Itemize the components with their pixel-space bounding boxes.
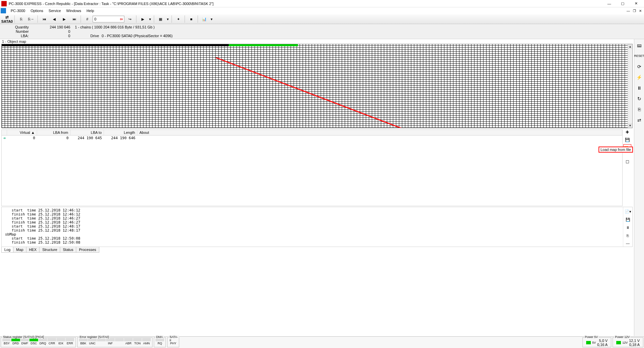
mdi-restore-button[interactable]: ❐: [631, 8, 637, 13]
menu-bar: PC-3000 Options Service Windows Help — ❐…: [0, 7, 644, 14]
bottom-tabs: Log Map HEX Structure Status Processes: [1, 247, 633, 253]
chains-value: 1 - chains ( 1000 204 886 016 Byte / 931…: [75, 25, 155, 29]
tab-structure[interactable]: Structure: [39, 247, 60, 253]
next-button[interactable]: ▶: [60, 15, 69, 23]
mdi-icon: [1, 8, 6, 13]
tab-status[interactable]: Status: [60, 247, 76, 253]
load-map-tooltip: Load map from file: [599, 147, 633, 152]
log-clip-button[interactable]: ⎘: [624, 232, 632, 239]
port-sata0-button[interactable]: SATA0: [1, 15, 13, 23]
copy-button[interactable]: ⎘: [16, 15, 26, 23]
menu-pc3000[interactable]: PC-3000: [8, 8, 28, 13]
log-pause-button[interactable]: ⏸: [624, 224, 632, 231]
menu-help[interactable]: Help: [84, 8, 97, 13]
right-toolbar: 🖴 RESET ⟳ ⚡ ⏸ ↻ ⎘ ⇄: [634, 39, 644, 336]
copy-icon[interactable]: ⎘: [635, 105, 643, 113]
map-save-button[interactable]: 💾: [623, 137, 631, 143]
led-DRD: DRD: [11, 338, 20, 345]
tab-hex[interactable]: HEX: [26, 247, 40, 253]
power-icon[interactable]: ⚡: [635, 73, 643, 81]
copy-out-button[interactable]: ⎘→: [26, 15, 36, 23]
power-12v-group: Power 12V 12V 12,1 V0,18 A: [613, 337, 643, 347]
goto-button[interactable]: ↪: [125, 15, 134, 23]
reset-button[interactable]: RESET: [635, 52, 643, 60]
chart-dropdown[interactable]: ▾: [210, 15, 214, 23]
map-green-region: [229, 44, 298, 46]
log-open-button[interactable]: 📄▾: [624, 208, 632, 215]
col-length[interactable]: Length: [104, 130, 137, 135]
grid2-dropdown[interactable]: ▾: [166, 15, 170, 23]
log-clear-button[interactable]: —: [624, 240, 632, 247]
stop-button[interactable]: ■: [187, 15, 196, 23]
number-label: Number: [2, 29, 31, 33]
map-filled-region: [2, 44, 229, 46]
dma-group: DMA RQ: [154, 337, 166, 347]
row-icon: ➜: [2, 136, 7, 141]
drive-value: 0 - PC3000 SATA0 (PhysicalSector = 4096): [102, 34, 173, 38]
col-lba-to[interactable]: LBA to: [71, 130, 104, 135]
drive-icon[interactable]: 🖴: [635, 41, 643, 49]
tools-button[interactable]: ✦: [174, 15, 183, 23]
log-text[interactable]: start time 25.12.2018 12:46:12 finish ti…: [2, 207, 623, 247]
menu-windows[interactable]: Windows: [64, 8, 84, 13]
led-DRQ: DRQ: [38, 338, 47, 345]
window-title: PC-3000 EXPRESS - Czech Republic - [Data…: [9, 2, 603, 6]
restart-icon[interactable]: ⟳: [635, 63, 643, 71]
grid-icon[interactable]: #: [83, 15, 92, 23]
close-button[interactable]: ✕: [629, 0, 643, 7]
tab-log[interactable]: Log: [1, 247, 13, 253]
drive-label: Drive: [88, 34, 102, 38]
pause-icon[interactable]: ⏸: [635, 84, 643, 92]
led-IDX: IDX: [57, 338, 65, 345]
grid2-button[interactable]: ▦: [156, 15, 165, 23]
lba-input[interactable]: 0DI: [93, 16, 124, 22]
error-register-group: Error register (SATA0) BBKUNCINFABRTONAM…: [77, 337, 152, 347]
tab-processes[interactable]: Processes: [76, 247, 99, 253]
col-virtual: Virtual ▲: [7, 130, 37, 135]
loop-icon[interactable]: ↻: [635, 95, 643, 103]
map-scrollbar[interactable]: ▲▼: [628, 44, 632, 128]
led-DSC: DSC: [29, 338, 38, 345]
number-value: 0: [31, 29, 75, 33]
led-blank: [97, 338, 106, 345]
mdi-minimize-button[interactable]: —: [625, 8, 631, 13]
maximize-button[interactable]: ▢: [616, 0, 629, 7]
object-map-caption: 1 - Object map: [0, 39, 634, 44]
tab-map[interactable]: Map: [13, 247, 26, 253]
first-button[interactable]: ⏮: [39, 15, 49, 23]
map-add-button[interactable]: ✚: [623, 129, 631, 136]
led-BSY: BSY: [2, 338, 11, 345]
led-TON: TON: [133, 338, 142, 345]
led-INF: INF: [106, 338, 115, 345]
object-map[interactable]: ▲▼: [1, 44, 633, 128]
mdi-close-button[interactable]: ✕: [637, 8, 643, 13]
log-save-button[interactable]: 💾: [624, 216, 632, 223]
sata-group: SATA-II PHY: [167, 337, 179, 347]
play-dropdown[interactable]: ▾: [148, 15, 152, 23]
quantity-value: 244 190 646: [31, 25, 75, 29]
col-lba-from[interactable]: LBA from: [37, 130, 71, 135]
title-bar: PC-3000 EXPRESS - Czech Republic - [Data…: [0, 0, 644, 7]
last-button[interactable]: ⏭: [70, 15, 79, 23]
play-button[interactable]: ▶: [138, 15, 147, 23]
col-about[interactable]: About: [137, 130, 622, 135]
connect-icon[interactable]: ⇄: [635, 116, 643, 124]
app-icon: [1, 1, 7, 6]
menu-options[interactable]: Options: [28, 8, 46, 13]
minimize-button[interactable]: —: [603, 0, 616, 7]
log-panel: start time 25.12.2018 12:46:12 finish ti…: [1, 207, 633, 247]
info-bar: Quantity 244 190 646 1 - chains ( 1000 2…: [0, 24, 644, 39]
chart-button[interactable]: 📊: [200, 15, 209, 23]
led-CRR: CRR: [47, 338, 56, 345]
map-clear-button[interactable]: ☐: [623, 159, 631, 165]
power-5v-group: Power 5V 5V 5,0 V0,16 A: [582, 337, 611, 347]
chain-table: Virtual ▲ LBA from LBA to Length About ➜…: [1, 129, 623, 206]
menu-service[interactable]: Service: [46, 8, 64, 13]
prev-button[interactable]: ◀: [49, 15, 59, 23]
led-RQ: RQ: [155, 338, 164, 345]
table-row[interactable]: ➜ 0 0 244 190 645 244 190 646: [2, 136, 622, 141]
status-bar: Status register (SATA0)-[PIO4] BSYDRDDWF…: [0, 336, 644, 348]
led-BBK: BBK: [79, 338, 88, 345]
quantity-label: Quantity: [2, 25, 31, 29]
led-DWF: DWF: [20, 338, 29, 345]
